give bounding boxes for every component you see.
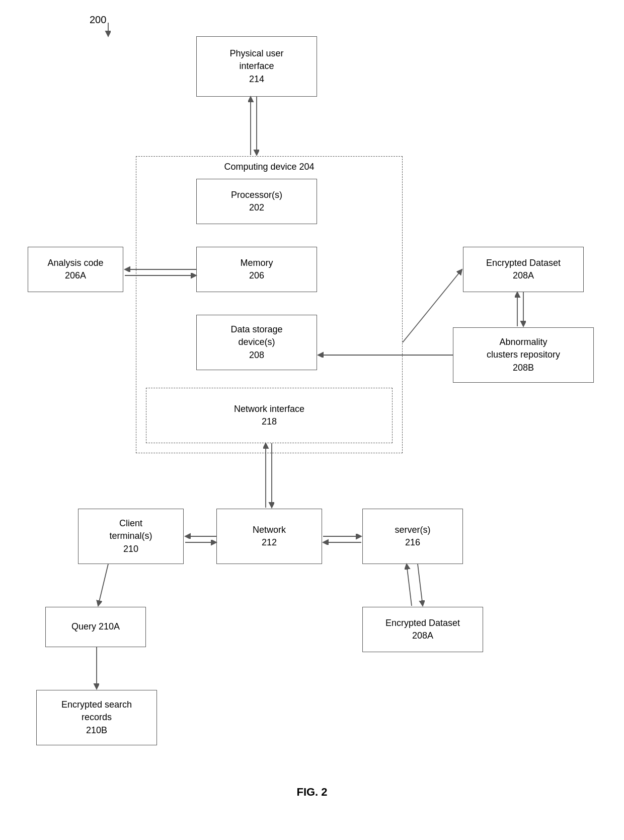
network-interface-box: Network interface 218 (146, 388, 393, 443)
arrow-encds-to-server (407, 564, 412, 606)
client-line2: terminal(s) (109, 530, 152, 542)
processors-line2: 202 (249, 201, 264, 214)
physical-ui-box: Physical user interface 214 (196, 36, 317, 97)
arrow-client-to-query (98, 564, 108, 606)
network-interface-line1: Network interface (234, 403, 304, 415)
figure-label: FIG. 2 (252, 786, 372, 799)
physical-ui-line3: 214 (249, 73, 264, 86)
processors-box: Processor(s) 202 (196, 179, 317, 224)
abnormality-line1: Abnormality (499, 336, 547, 348)
abnormality-line2: clusters repository (487, 348, 560, 361)
computing-device-label: Computing device 204 (224, 161, 314, 173)
encrypted-search-line3: 210B (86, 724, 107, 737)
encrypted-search-line1: Encrypted search (61, 698, 132, 711)
processors-line1: Processor(s) (231, 189, 282, 201)
client-terminals-box: Client terminal(s) 210 (78, 509, 184, 564)
diagram-container: 200 Physical user interface 214 Computin… (0, 0, 624, 840)
data-storage-line1: Data storage (230, 323, 282, 336)
analysis-code-line2: 206A (65, 269, 86, 282)
encrypted-search-records-box: Encrypted search records 210B (36, 690, 157, 745)
data-storage-box: Data storage device(s) 208 (196, 315, 317, 370)
memory-line1: Memory (240, 257, 273, 269)
servers-line2: 216 (405, 536, 420, 549)
memory-line2: 206 (249, 269, 264, 282)
client-line3: 210 (123, 543, 138, 555)
encrypted-dataset-bottom-line2: 208A (412, 629, 433, 642)
data-storage-line2: device(s) (238, 336, 275, 348)
encrypted-dataset-top-box: Encrypted Dataset 208A (463, 247, 584, 292)
encrypted-dataset-top-line1: Encrypted Dataset (486, 257, 561, 269)
data-storage-line3: 208 (249, 349, 264, 362)
servers-box: server(s) 216 (362, 509, 463, 564)
query-box: Query 210A (45, 607, 146, 647)
servers-line1: server(s) (395, 524, 431, 536)
ref-200: 200 (90, 14, 106, 26)
abnormality-clusters-box: Abnormality clusters repository 208B (453, 327, 594, 383)
analysis-code-box: Analysis code 206A (28, 247, 123, 292)
physical-ui-line1: Physical user (229, 47, 283, 60)
network-line1: Network (253, 524, 286, 536)
network-line2: 212 (262, 536, 277, 549)
query-line1: Query 210A (71, 620, 120, 633)
network-interface-line2: 218 (262, 415, 277, 428)
encrypted-search-line2: records (82, 711, 112, 724)
physical-ui-line2: interface (239, 60, 274, 73)
encrypted-dataset-bottom-line1: Encrypted Dataset (385, 617, 460, 629)
abnormality-line3: 208B (513, 362, 534, 374)
client-line1: Client (119, 517, 142, 530)
analysis-code-line1: Analysis code (47, 257, 103, 269)
encrypted-dataset-top-line2: 208A (513, 269, 534, 282)
arrow-server-to-encds (418, 564, 423, 606)
memory-box: Memory 206 (196, 247, 317, 292)
encrypted-dataset-bottom-box: Encrypted Dataset 208A (362, 607, 483, 652)
network-box: Network 212 (216, 509, 322, 564)
